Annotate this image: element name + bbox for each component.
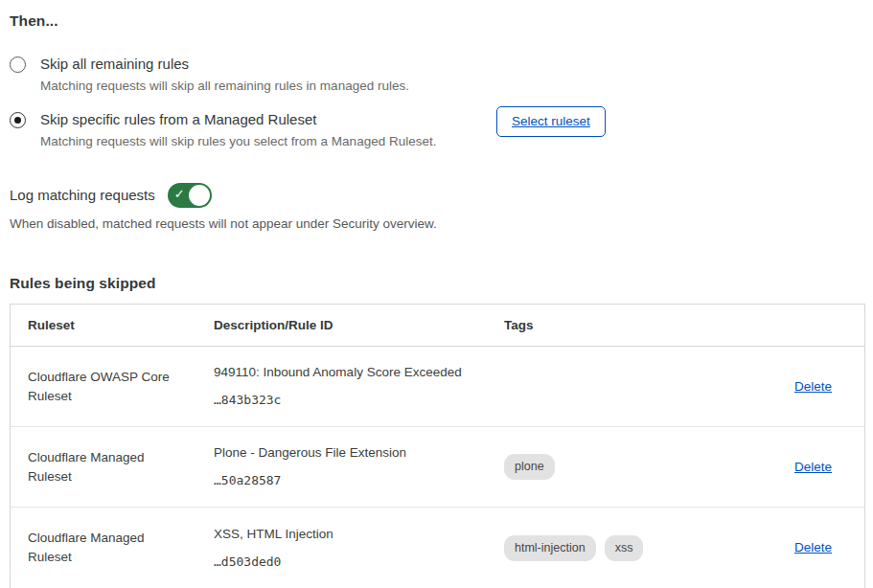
toggle-knob[interactable] — [189, 185, 210, 206]
log-toggle-switch[interactable]: ✓ — [168, 183, 212, 208]
check-icon: ✓ — [174, 187, 185, 201]
option-description: Matching requests will skip rules you se… — [40, 132, 483, 150]
tag-pill: html-injection — [504, 535, 596, 561]
action-cell: Delete — [748, 427, 864, 508]
rules-being-skipped-heading: Rules being skipped — [10, 275, 863, 292]
column-header-actions — [748, 305, 864, 347]
log-toggle-description: When disabled, matched requests will not… — [10, 215, 863, 233]
column-header-ruleset: Ruleset — [11, 305, 214, 347]
ruleset-cell: Cloudflare Managed Ruleset — [11, 427, 214, 508]
tags-cell: html-injectionxss — [504, 508, 748, 588]
table-row: Cloudflare OWASP Core Ruleset 949110: In… — [11, 347, 864, 427]
rule-id: …50a28587 — [214, 471, 504, 490]
option-label: Skip specific rules from a Managed Rules… — [40, 109, 483, 129]
rule-id: …843b323c — [214, 391, 504, 410]
delete-link[interactable]: Delete — [794, 540, 832, 554]
column-header-description-rule-id: Description/Rule ID — [214, 305, 504, 347]
option-description: Matching requests will skip all remainin… — [40, 77, 483, 95]
log-toggle-label: Log matching requests — [10, 187, 155, 203]
ruleset-cell: Cloudflare OWASP Core Ruleset — [11, 347, 214, 427]
tag-pill: xss — [605, 535, 644, 561]
column-header-tags: Tags — [504, 305, 748, 347]
radio-option-skip-specific-rules[interactable]: Skip specific rules from a Managed Rules… — [10, 109, 863, 150]
radio-selected-icon[interactable] — [10, 112, 26, 128]
then-heading: Then... — [10, 12, 863, 30]
tags-cell: plone — [504, 427, 748, 508]
log-matching-requests-row: Log matching requests ✓ — [10, 182, 863, 208]
rule-id: …d503ded0 — [214, 553, 504, 572]
description-cell: 949110: Inbound Anomaly Score Exceeded …… — [214, 347, 504, 427]
waf-rule-config-page: Then... Skip all remaining rules Matchin… — [0, 0, 873, 588]
option-text-block: Skip specific rules from a Managed Rules… — [40, 109, 483, 150]
option-text-block: Skip all remaining rules Matching reques… — [40, 54, 483, 95]
tags-cell — [504, 347, 748, 427]
radio-option-skip-all-remaining[interactable]: Skip all remaining rules Matching reques… — [10, 54, 863, 95]
radio-unselected-icon[interactable] — [10, 57, 26, 73]
rule-description: XSS, HTML Injection — [214, 525, 504, 544]
select-ruleset-button-label: Select ruleset — [512, 114, 590, 128]
table-header-row: Ruleset Description/Rule ID Tags — [11, 305, 864, 347]
rule-description: 949110: Inbound Anomaly Score Exceeded — [214, 363, 504, 382]
delete-link[interactable]: Delete — [794, 460, 832, 474]
rules-being-skipped-table: Ruleset Description/Rule ID Tags Cloudfl… — [10, 304, 865, 588]
option-label: Skip all remaining rules — [40, 54, 483, 74]
table-row: Cloudflare Managed Ruleset XSS, HTML Inj… — [11, 508, 864, 588]
action-cell: Delete — [748, 508, 864, 588]
rule-description: Plone - Dangerous File Extension — [214, 443, 504, 463]
select-ruleset-button[interactable]: Select ruleset — [496, 106, 606, 137]
description-cell: Plone - Dangerous File Extension …50a285… — [214, 427, 504, 508]
description-cell: XSS, HTML Injection …d503ded0 — [214, 508, 504, 588]
table-row: Cloudflare Managed Ruleset Plone - Dange… — [11, 427, 864, 508]
delete-link[interactable]: Delete — [794, 379, 832, 394]
ruleset-cell: Cloudflare Managed Ruleset — [11, 508, 214, 588]
tag-pill: plone — [504, 454, 555, 480]
action-cell: Delete — [748, 347, 864, 427]
